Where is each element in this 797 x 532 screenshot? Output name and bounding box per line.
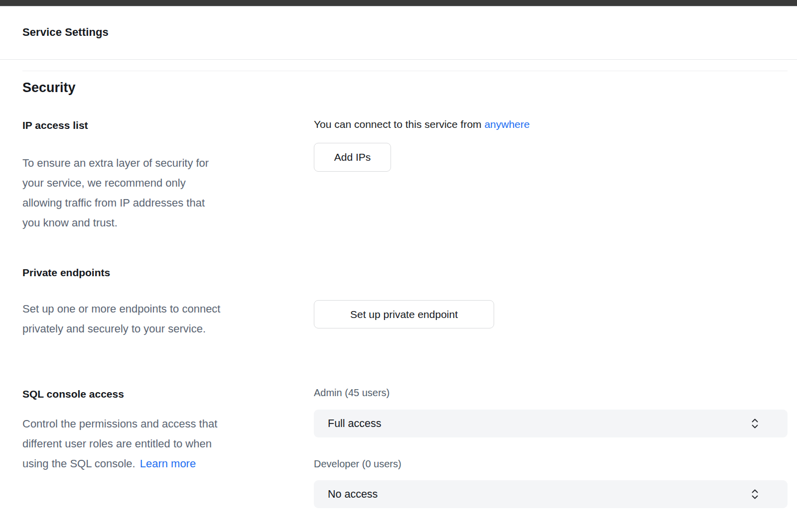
add-ips-button[interactable]: Add IPs — [314, 143, 391, 172]
ip-access-list-heading: IP access list — [22, 119, 88, 131]
admin-role-label: Admin (45 users) — [314, 387, 390, 399]
admin-access-select-value: Full access — [328, 418, 382, 430]
connection-status-prefix: You can connect to this service from — [314, 118, 484, 130]
chevron-updown-icon — [751, 489, 759, 500]
developer-role-label: Developer (0 users) — [314, 458, 401, 470]
setup-private-endpoint-button-label: Set up private endpoint — [350, 309, 458, 320]
developer-access-select[interactable]: No access — [314, 480, 788, 508]
sql-console-access-description: Control the permissions and access that … — [22, 414, 301, 474]
chevron-updown-icon — [751, 418, 759, 429]
header-divider — [0, 59, 797, 60]
learn-more-link[interactable]: Learn more — [140, 457, 196, 470]
service-settings-page: Service Settings Security IP access list… — [0, 0, 797, 532]
anywhere-link[interactable]: anywhere — [484, 118, 530, 130]
private-endpoints-heading: Private endpoints — [22, 267, 110, 279]
section-divider — [22, 71, 788, 71]
security-section-heading: Security — [22, 80, 76, 96]
admin-access-select[interactable]: Full access — [314, 410, 788, 437]
add-ips-button-label: Add IPs — [334, 151, 371, 163]
top-bar — [0, 0, 797, 6]
connection-status-text: You can connect to this service from any… — [314, 118, 530, 130]
page-title: Service Settings — [22, 26, 109, 39]
developer-access-select-value: No access — [328, 488, 378, 501]
setup-private-endpoint-button[interactable]: Set up private endpoint — [314, 300, 494, 328]
private-endpoints-description: Set up one or more endpoints to connect … — [22, 299, 311, 339]
sql-console-access-heading: SQL console access — [22, 388, 124, 400]
ip-access-list-description: To ensure an extra layer of security for… — [22, 153, 291, 233]
